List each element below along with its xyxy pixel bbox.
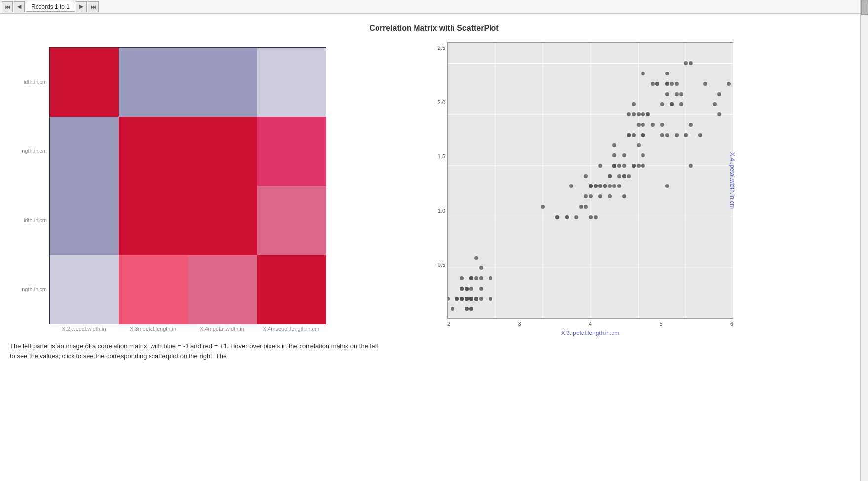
matrix-cell-2-0[interactable] bbox=[50, 186, 119, 255]
nav-last-button[interactable]: ⏭ bbox=[88, 1, 99, 12]
matrix-cell-0-2[interactable] bbox=[188, 48, 257, 117]
scatter-x-axis-label: X.3..petal.length.in.cm bbox=[447, 330, 733, 336]
scatter-x-tick-1: 3 bbox=[518, 321, 521, 327]
matrix-cell-1-3[interactable] bbox=[257, 117, 326, 186]
matrix-cell-3-2[interactable] bbox=[188, 255, 257, 324]
scatter-dot-46 bbox=[474, 297, 478, 301]
scatter-dot-80 bbox=[579, 205, 583, 209]
matrix-cell-0-1[interactable] bbox=[119, 48, 188, 117]
panels: idth.in.cmngth.in.cmidth.in.cmngth.in.cm… bbox=[10, 42, 858, 361]
scatter-dot-22 bbox=[447, 297, 450, 301]
scatter-dot-5 bbox=[479, 276, 483, 280]
scatter-dot-42 bbox=[460, 297, 464, 301]
matrix-cell-1-0[interactable] bbox=[50, 117, 119, 186]
scatter-dot-126 bbox=[627, 133, 631, 137]
matrix-grid[interactable] bbox=[49, 47, 326, 324]
scatter-dot-95 bbox=[598, 194, 602, 198]
scatter-dot-143 bbox=[670, 102, 674, 106]
y-labels: idth.in.cmngth.in.cmidth.in.cmngth.in.cm bbox=[12, 47, 47, 324]
nav-prev-button[interactable]: ◀ bbox=[14, 1, 25, 12]
scatter-dot-117 bbox=[717, 92, 721, 96]
scatter-dot-110 bbox=[641, 112, 645, 116]
scatter-dot-18 bbox=[479, 287, 483, 291]
scatter-dot-76 bbox=[627, 174, 631, 178]
matrix-cell-3-1[interactable] bbox=[119, 255, 188, 324]
scatter-dot-142 bbox=[679, 92, 683, 96]
matrix-container: idth.in.cmngth.in.cmidth.in.cmngth.in.cm… bbox=[49, 47, 415, 332]
scatter-dot-135 bbox=[689, 164, 693, 168]
scatter-dot-85 bbox=[612, 153, 616, 157]
scatter-dot-31 bbox=[469, 276, 473, 280]
scatter-plot-area[interactable] bbox=[447, 42, 733, 319]
scatter-dot-64 bbox=[569, 184, 573, 188]
matrix-x-label-1: X.3mpetal.length.in bbox=[118, 326, 188, 332]
scatter-dot-129 bbox=[675, 82, 679, 86]
scatter-dot-123 bbox=[632, 133, 636, 137]
scatter-dot-120 bbox=[670, 82, 674, 86]
scatter-dot-26 bbox=[474, 276, 478, 280]
scatter-dot-49 bbox=[465, 297, 469, 301]
scrollbar-track[interactable] bbox=[860, 0, 868, 481]
matrix-y-label-0: idth.in.cm bbox=[12, 79, 47, 85]
scatter-dot-103 bbox=[665, 133, 669, 137]
scatter-dot-116 bbox=[660, 133, 664, 137]
scatter-dot-59 bbox=[584, 174, 588, 178]
scatter-dot-61 bbox=[598, 164, 602, 168]
scatter-dot-102 bbox=[679, 102, 683, 106]
scatter-plot-panel: 2.52.01.51.00.5 X.4..petal.width.in.cm 2… bbox=[424, 42, 858, 336]
scrollbar-thumb[interactable] bbox=[861, 0, 868, 15]
matrix-cell-0-0[interactable] bbox=[50, 48, 119, 117]
scatter-dot-91 bbox=[617, 174, 621, 178]
matrix-cell-0-3[interactable] bbox=[257, 48, 326, 117]
scatter-dot-112 bbox=[660, 102, 664, 106]
scatter-dot-86 bbox=[622, 164, 626, 168]
scatter-dot-23 bbox=[479, 266, 483, 270]
scatter-dot-48 bbox=[469, 297, 473, 301]
scatter-dot-115 bbox=[651, 82, 655, 86]
matrix-cell-3-0[interactable] bbox=[50, 255, 119, 324]
scatter-dot-113 bbox=[637, 112, 641, 116]
scatter-dot-131 bbox=[703, 82, 707, 86]
scatter-dot-32 bbox=[469, 307, 473, 311]
scatter-dot-105 bbox=[713, 102, 717, 106]
scatter-dot-77 bbox=[637, 143, 641, 147]
scatter-dot-99 bbox=[594, 184, 598, 188]
scatter-dot-127 bbox=[632, 102, 636, 106]
scatter-dot-62 bbox=[589, 215, 593, 219]
scatter-dot-20 bbox=[479, 297, 483, 301]
scatter-y-tick-4: 0.5 bbox=[438, 262, 445, 268]
matrix-cell-2-3[interactable] bbox=[257, 186, 326, 255]
main-content: Correlation Matrix with ScatterPlot idth… bbox=[0, 14, 868, 366]
nav-next-button[interactable]: ▶ bbox=[76, 1, 87, 12]
scatter-x-tick-2: 4 bbox=[589, 321, 592, 327]
scatter-dot-130 bbox=[689, 123, 693, 127]
nav-first-button[interactable]: ⏮ bbox=[2, 1, 13, 12]
scatter-dot-83 bbox=[641, 153, 645, 157]
scatter-dot-45 bbox=[465, 287, 469, 291]
nav-records-label: Records 1 to 1 bbox=[26, 2, 75, 12]
scatter-y-ticks: 2.52.01.51.00.5 bbox=[438, 42, 447, 319]
scatter-dot-82 bbox=[584, 194, 588, 198]
scatter-dot-125 bbox=[684, 133, 688, 137]
scatter-y-tick-1: 2.0 bbox=[438, 99, 445, 105]
scatter-x-tick-3: 5 bbox=[659, 321, 662, 327]
scatter-dot-146 bbox=[646, 112, 650, 116]
scatter-dot-107 bbox=[698, 133, 702, 137]
scatter-dot-148 bbox=[641, 133, 645, 137]
nav-bar: ⏮ ◀ Records 1 to 1 ▶ ⏭ bbox=[0, 0, 868, 14]
scatter-dot-145 bbox=[637, 123, 641, 127]
scatter-dot-121 bbox=[632, 112, 636, 116]
matrix-cell-3-3[interactable] bbox=[257, 255, 326, 324]
matrix-cell-2-2[interactable] bbox=[188, 186, 257, 255]
matrix-y-label-1: ngth.in.cm bbox=[12, 148, 47, 154]
scatter-dot-58 bbox=[617, 184, 621, 188]
scatter-dot-56 bbox=[622, 153, 626, 157]
matrix-cell-1-2[interactable] bbox=[188, 117, 257, 186]
scatter-dot-69 bbox=[584, 205, 588, 209]
scatter-dot-122 bbox=[717, 112, 721, 116]
scatter-dot-72 bbox=[632, 164, 636, 168]
matrix-cell-2-1[interactable] bbox=[119, 186, 188, 255]
matrix-cell-1-1[interactable] bbox=[119, 117, 188, 186]
page-title: Correlation Matrix with ScatterPlot bbox=[10, 24, 858, 33]
scatter-dot-114 bbox=[641, 72, 645, 75]
